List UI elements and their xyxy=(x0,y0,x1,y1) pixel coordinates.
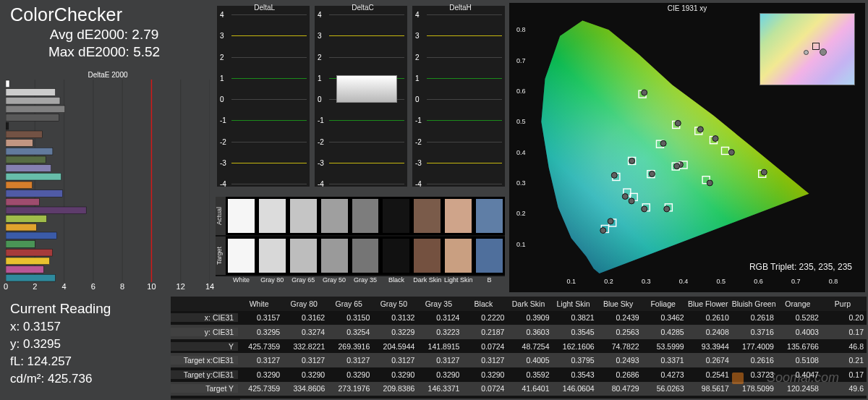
table-cell: 0.3290 xyxy=(328,370,373,379)
table-cell: 332.8221 xyxy=(283,342,328,351)
table-cell: 177.4009 xyxy=(732,342,777,351)
swatch-b xyxy=(476,239,503,273)
table-cell: 0.3132 xyxy=(373,313,417,322)
table-cell: 0.3716 xyxy=(732,328,777,336)
svg-point-40 xyxy=(622,194,628,200)
svg-point-62 xyxy=(642,90,647,95)
svg-rect-31 xyxy=(6,266,43,273)
sc-tick: 2 xyxy=(220,53,224,61)
swatch-gray-65 xyxy=(290,199,317,233)
table-cell: 0.3229 xyxy=(373,328,417,336)
sc-tick: -1 xyxy=(318,116,324,124)
table-cell: 0.2220 xyxy=(462,313,507,322)
page-title: ColorChecker xyxy=(10,4,198,25)
table-cell: 0.4285 xyxy=(642,328,687,336)
swatch-caption: White xyxy=(226,276,257,284)
svg-rect-18 xyxy=(6,156,46,163)
cie-ytick: 0.5 xyxy=(516,118,526,125)
sc-tick: 4 xyxy=(318,11,322,19)
table-col-header: Orange xyxy=(777,299,822,308)
swatch-row-actual: Actual xyxy=(216,197,505,237)
svg-point-50 xyxy=(608,218,613,224)
deltae2000-axis: 02468101214 xyxy=(6,282,210,292)
table-cell: 46.8 xyxy=(822,342,867,351)
table-col-header: Gray 80 xyxy=(283,299,328,308)
svg-point-56 xyxy=(675,120,681,126)
svg-rect-28 xyxy=(6,241,35,248)
table-cell: 0.3290 xyxy=(417,370,462,379)
deltae2000-tick: 8 xyxy=(120,282,124,291)
table-col-header: Purp xyxy=(822,299,867,308)
table-cell: 425.7359 xyxy=(238,384,283,393)
svg-rect-22 xyxy=(6,190,63,197)
deltae2000-tick: 14 xyxy=(205,282,214,291)
cie-xtick: 0.3 xyxy=(642,278,651,285)
table-cell: 0.4047 xyxy=(777,370,822,379)
swatch-caption: Light Skin xyxy=(443,276,474,284)
svg-rect-32 xyxy=(6,274,55,281)
sc-tick: 4 xyxy=(415,11,420,19)
swatch-captions: WhiteGray 80Gray 65Gray 50Gray 35BlackDa… xyxy=(226,276,505,284)
sc-tick: -1 xyxy=(415,116,422,124)
table-cell: 135.6766 xyxy=(777,342,822,351)
table-cell: 0.3127 xyxy=(462,356,507,365)
swatch-black xyxy=(383,239,409,273)
table-cell: 0.3290 xyxy=(373,370,417,379)
table-cell: 141.8915 xyxy=(417,342,462,351)
table-cell: 0.3127 xyxy=(373,356,417,365)
swatch-black xyxy=(383,199,409,233)
table-cell: 0.3127 xyxy=(417,356,462,365)
table-cell: 0.2439 xyxy=(597,313,642,322)
sc-tick: -1 xyxy=(220,116,226,124)
table-cell: 0.3127 xyxy=(283,356,328,365)
table-cell: 0.2618 xyxy=(732,313,777,322)
sc-tick: 1 xyxy=(318,74,322,82)
table-cell: 0.3462 xyxy=(642,313,687,322)
table-col-header: Light Skin xyxy=(553,299,597,308)
table-cell: 0.17 xyxy=(822,328,867,336)
svg-point-38 xyxy=(674,163,680,169)
svg-point-44 xyxy=(629,198,634,204)
cie-xtick: 0.1 xyxy=(566,278,576,285)
svg-rect-19 xyxy=(6,165,51,172)
table-row: Target Y425.7359334.8606273.1976209.8386… xyxy=(171,382,867,396)
sc-tick: 1 xyxy=(220,74,224,82)
svg-rect-24 xyxy=(6,207,86,214)
small-chart-deltac: DeltaC-4-3-2-101234 xyxy=(315,6,407,187)
swatch-gray-50 xyxy=(321,239,348,273)
table-col-header: Blue Sky xyxy=(597,299,642,308)
svg-point-64 xyxy=(761,169,767,175)
table-cell: 0.0724 xyxy=(462,384,507,393)
table-cell: 0.2541 xyxy=(687,370,732,379)
table-col-header: Foliage xyxy=(642,299,687,308)
sc-tick: -3 xyxy=(415,158,422,166)
table-cell: 0.3592 xyxy=(507,370,552,379)
table-cell: 0.3124 xyxy=(417,313,462,322)
table-cell: 0.2408 xyxy=(687,328,732,336)
sc-tick: 0 xyxy=(415,95,420,103)
deltae2000-tick: 0 xyxy=(4,282,8,291)
sc-tick: -2 xyxy=(415,137,422,145)
table-cell: 0.3127 xyxy=(328,356,373,365)
svg-rect-13 xyxy=(6,114,59,122)
cie-ytick: 0.2 xyxy=(516,210,526,217)
svg-point-42 xyxy=(660,140,666,146)
small-chart-deltal: DeltaL-4-3-2-101234 xyxy=(217,6,310,187)
svg-point-60 xyxy=(600,228,606,234)
sc-tick: 3 xyxy=(220,32,224,40)
small-chart-deltah: DeltaH-4-3-2-101234 xyxy=(412,6,505,187)
deltae2000-chart: DeltaE 2000 02468101214 xyxy=(6,80,210,297)
svg-rect-11 xyxy=(6,97,60,104)
table-cell: 53.5999 xyxy=(642,342,687,351)
cie-xtick: 0.8 xyxy=(829,278,838,285)
cie-ytick: 0.4 xyxy=(516,149,526,156)
sc-title: DeltaH xyxy=(449,4,472,12)
swatch-b xyxy=(476,199,503,233)
swatch-light-skin xyxy=(445,239,472,273)
table-cell: 146.3371 xyxy=(417,384,462,393)
swatch-caption: Gray 80 xyxy=(257,276,288,284)
current-reading-header: Current Reading xyxy=(10,301,111,317)
table-row-label: Target y:CIE31 xyxy=(171,370,238,379)
cie-inset xyxy=(760,13,855,85)
table-cell: 49.6 xyxy=(822,384,867,393)
